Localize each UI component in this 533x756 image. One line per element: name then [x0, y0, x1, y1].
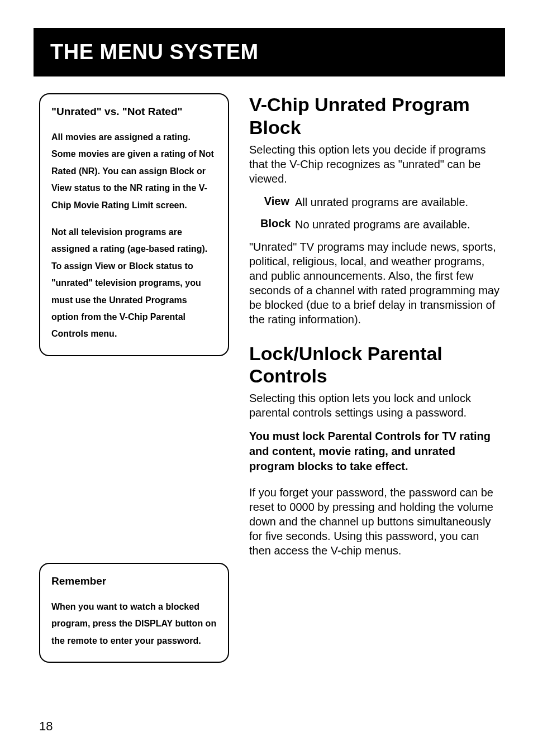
body-paragraph: "Unrated" TV programs may include news, …	[249, 240, 499, 327]
section-heading-vchip-unrated: V-Chip Unrated Program Block	[249, 93, 499, 139]
definition-row: View All unrated programs are available.	[249, 195, 499, 209]
callout-body: All movies are assigned a rating. Some m…	[51, 129, 217, 343]
callout-paragraph: Not all television programs are assigned…	[51, 224, 217, 343]
content-area: "Unrated" vs. "Not Rated" All movies are…	[39, 93, 499, 663]
callout-paragraph: When you want to watch a blocked program…	[51, 599, 217, 649]
callout-paragraph: All movies are assigned a rating. Some m…	[51, 129, 217, 214]
page-number: 18	[39, 719, 53, 734]
page-header: THE MENU SYSTEM	[34, 28, 505, 76]
right-column: V-Chip Unrated Program Block Selecting t…	[249, 93, 499, 663]
definition-description: All unrated programs are available.	[295, 195, 499, 209]
callout-title: "Unrated" vs. "Not Rated"	[51, 106, 217, 118]
callout-remember: Remember When you want to watch a blocke…	[39, 563, 229, 663]
left-column: "Unrated" vs. "Not Rated" All movies are…	[39, 93, 229, 663]
definition-term: View	[260, 195, 295, 209]
definition-term: Block	[260, 217, 295, 232]
definition-description: No unrated programs are available.	[295, 217, 499, 232]
body-strong-note: You must lock Parental Controls for TV r…	[249, 429, 499, 474]
callout-unrated-vs-notrated: "Unrated" vs. "Not Rated" All movies are…	[39, 93, 229, 356]
section-intro: Selecting this option lets you decide if…	[249, 142, 499, 186]
page-title: THE MENU SYSTEM	[50, 40, 488, 64]
section-intro: Selecting this option lets you lock and …	[249, 391, 499, 420]
section-heading-lock-unlock: Lock/Unlock Parental Controls	[249, 342, 499, 388]
callout-body: When you want to watch a blocked program…	[51, 599, 217, 649]
callout-title: Remember	[51, 575, 217, 587]
body-paragraph: If you forget your password, the passwor…	[249, 485, 499, 558]
definition-row: Block No unrated programs are available.	[249, 217, 499, 232]
